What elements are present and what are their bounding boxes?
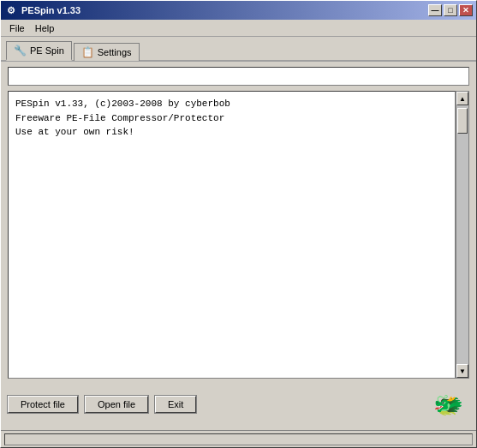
tab-settings[interactable]: 📋 Settings [74,43,140,61]
log-line-1: PESpin v1.33, (c)2003-2008 by cyberbob [15,97,448,111]
log-area-wrapper: PESpin v1.33, (c)2003-2008 by cyberbob F… [8,91,469,379]
status-panel [4,433,473,445]
tab-pe-spin-label: PE Spin [30,45,64,56]
open-file-button[interactable]: Open file [85,396,148,413]
main-window: ⚙ PESpin v1.33 — □ ✕ File Help 🔧 PE Spin… [0,0,477,448]
button-row: Protect file Open file Exit 🐲 [8,384,469,425]
tab-pe-spin[interactable]: 🔧 PE Spin [6,41,72,61]
exit-button[interactable]: Exit [155,396,196,413]
protect-file-button[interactable]: Protect file [8,396,78,413]
title-bar-left: ⚙ PESpin v1.33 [4,3,80,17]
window-title: PESpin v1.33 [21,5,80,15]
tab-settings-label: Settings [98,47,132,57]
logo-area: 🐲 [426,387,469,421]
file-path-input[interactable] [8,67,469,86]
settings-tab-icon: 📋 [81,46,94,58]
status-bar [1,430,476,447]
minimize-button[interactable]: — [428,4,442,16]
log-output: PESpin v1.33, (c)2003-2008 by cyberbob F… [8,91,456,379]
scroll-up-button[interactable]: ▲ [456,92,468,105]
pe-spin-tab-icon: 🔧 [14,45,27,57]
maximize-button[interactable]: □ [444,4,457,16]
log-line-2: Freeware PE-File Compressor/Protector [15,111,448,126]
app-icon: ⚙ [4,3,18,17]
scroll-track[interactable] [456,105,468,364]
scroll-thumb[interactable] [457,108,468,134]
menu-file[interactable]: File [4,21,30,35]
log-line-3: Use at your own risk! [15,125,448,140]
menu-help[interactable]: Help [30,21,60,35]
vertical-scrollbar[interactable]: ▲ ▼ [456,91,469,379]
close-button[interactable]: ✕ [459,4,473,16]
title-bar: ⚙ PESpin v1.33 — □ ✕ [1,1,476,20]
tab-bar: 🔧 PE Spin 📋 Settings [1,37,476,62]
menu-bar: File Help [1,20,476,37]
scroll-down-button[interactable]: ▼ [456,364,468,378]
title-controls: — □ ✕ [428,4,473,16]
content-area: PESpin v1.33, (c)2003-2008 by cyberbob F… [1,62,476,430]
logo-icon: 🐲 [433,391,463,419]
